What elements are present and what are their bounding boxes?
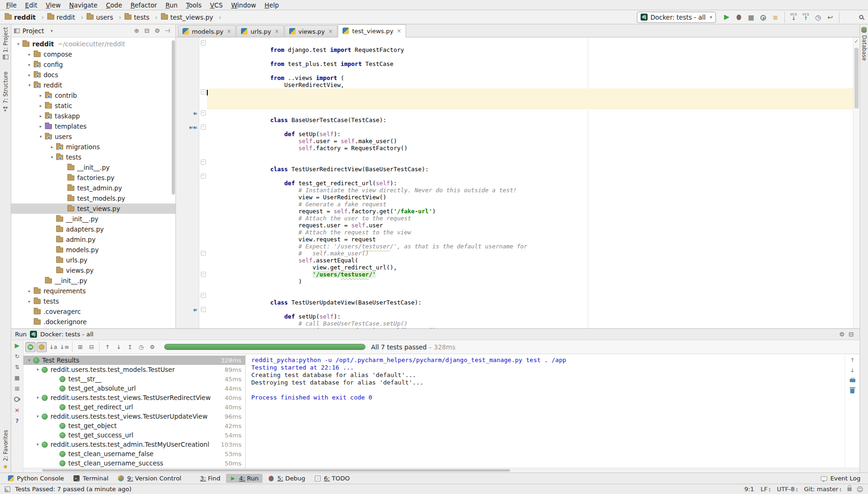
expand-arrow-icon[interactable]: ▸ (36, 114, 45, 118)
tree-item[interactable]: __init__.py (11, 214, 175, 224)
run-console[interactable]: reddit_pycha:python -u /opt/.pycharm_hel… (246, 354, 845, 468)
project-view-select[interactable]: Project ▾ (14, 27, 53, 35)
menu-item[interactable]: Tools (182, 1, 206, 9)
editor-tab[interactable]: models.py × (178, 25, 236, 37)
inspection-ok-icon[interactable]: ✓ (853, 39, 859, 44)
scrollbar[interactable] (172, 40, 175, 195)
scroll-to-top-icon[interactable]: ↑ (849, 356, 856, 363)
scroll-to-bottom-icon[interactable]: ↓ (849, 367, 856, 374)
collapse-all-icon[interactable]: ⊟ (86, 342, 97, 352)
toggle-auto-test-icon[interactable]: ⇅ (13, 363, 22, 371)
breadcrumb-item[interactable]: tests (124, 14, 161, 21)
test-result-row[interactable]: test_get_redirect_url 40ms (23, 402, 245, 412)
fold-marker-icon[interactable] (199, 174, 207, 179)
stop-icon[interactable]: ■ (13, 374, 22, 382)
recent-changes-button[interactable]: ◷ (812, 12, 824, 23)
import-test-results-icon[interactable]: ↥ (124, 342, 135, 352)
lock-icon[interactable] (847, 487, 852, 491)
tree-item[interactable]: __init__.py (11, 162, 175, 173)
close-icon[interactable]: × (397, 28, 401, 34)
expand-arrow-icon[interactable]: ▾ (14, 42, 22, 46)
tree-item[interactable]: ▾ tests (11, 152, 175, 162)
breadcrumb-item[interactable]: reddit (47, 14, 87, 21)
test-result-row[interactable]: ▾ Test Results 328ms (23, 356, 245, 365)
test-result-row[interactable]: ▾ reddit.users.tests.test_views.TestUser… (23, 412, 245, 421)
fold-marker-icon[interactable] (199, 110, 207, 116)
status-widget[interactable]: UTF-8 (777, 486, 797, 493)
search-icon[interactable] (859, 15, 863, 19)
expand-arrow-icon[interactable]: ▾ (25, 358, 33, 363)
next-failed-test-icon[interactable]: ↓ (113, 342, 124, 352)
tool-window-button[interactable]: 7: Structure (2, 72, 9, 111)
rollback-button[interactable]: ↩ (824, 12, 836, 23)
tree-item[interactable]: views.py (11, 265, 175, 276)
rerun-failed-tests-icon[interactable]: ↻ (13, 352, 22, 360)
tree-item[interactable]: admin.py (11, 234, 175, 245)
test-result-row[interactable]: test_get_success_url 54ms (23, 430, 245, 440)
fold-marker-icon[interactable] (199, 124, 207, 130)
expand-arrow-icon[interactable]: ▾ (25, 83, 34, 87)
test-result-row[interactable]: ▾ reddit.users.tests.test_admin.TestMyUs… (23, 440, 245, 449)
tool-window-tab[interactable]: 6: TODO (311, 474, 353, 483)
expand-arrow-icon[interactable]: ▾ (36, 134, 45, 139)
print-icon[interactable] (849, 377, 856, 384)
expand-arrow-icon[interactable]: ▸ (25, 62, 34, 67)
menu-item[interactable]: Refactor (126, 1, 161, 9)
tool-window-tab[interactable]: Python Console (4, 474, 68, 483)
tool-window-button[interactable]: 1: Project (2, 27, 9, 59)
menu-item[interactable]: Window (227, 1, 260, 9)
status-widget[interactable]: 9:1 (744, 486, 754, 493)
coverage-button[interactable]: ▦ (745, 12, 757, 23)
fold-marker-icon[interactable] (199, 307, 207, 312)
fold-marker-icon[interactable] (199, 293, 207, 298)
tool-windows-icon[interactable] (5, 487, 10, 492)
rerun-button[interactable]: ▶ (13, 341, 22, 349)
expand-arrow-icon[interactable]: ▸ (36, 103, 45, 108)
expand-arrow-icon[interactable]: ▸ (25, 73, 34, 77)
test-result-row[interactable]: test__str__ 45ms (23, 374, 245, 384)
fold-marker-icon[interactable] (199, 89, 207, 94)
settings-icon[interactable]: ⚙ (152, 26, 162, 36)
code-area[interactable]: from django.test import RequestFactory (176, 37, 860, 328)
tree-item[interactable]: ▸ templates (11, 121, 175, 131)
close-icon[interactable]: × (13, 406, 22, 414)
expand-all-icon[interactable]: ⊞ (75, 342, 86, 352)
settings-icon[interactable]: ⚙ (147, 342, 158, 352)
settings-icon[interactable]: ⚙ (837, 330, 846, 339)
close-icon[interactable]: × (274, 28, 279, 35)
close-icon[interactable]: × (328, 28, 333, 35)
run-button[interactable]: ▶ (721, 12, 733, 23)
tree-item[interactable]: __init__.py (11, 276, 175, 286)
tool-window-tab[interactable]: 9: Version Control (114, 474, 185, 483)
tree-item[interactable]: ▾ users (11, 131, 175, 142)
tree-item[interactable]: .dockerignore (11, 317, 175, 327)
expand-arrow-icon[interactable]: ▸ (25, 52, 34, 57)
collapse-all-icon[interactable]: ⊟ (142, 26, 152, 36)
scrollbar-thumb[interactable] (854, 48, 859, 109)
tree-item[interactable]: adapters.py (11, 224, 175, 234)
search-everywhere-button[interactable] (842, 12, 854, 23)
restore-layout-icon[interactable]: ⊞ (13, 385, 22, 392)
tool-window-button[interactable]: Database (861, 27, 868, 61)
hide-panel-icon[interactable]: ⊣ (162, 26, 173, 36)
menu-item[interactable]: Edit (21, 1, 42, 9)
horizontal-scrollbar[interactable] (23, 468, 860, 472)
test-result-row[interactable]: test_get_absolute_url 44ms (23, 384, 245, 393)
editor-tab[interactable]: views.py × (284, 25, 338, 37)
help-icon[interactable]: ? (13, 417, 22, 425)
tree-item[interactable]: ▾ reddit ~/cookiecutter/reddit (11, 39, 175, 49)
sort-alphabetically-icon[interactable]: ↓a (48, 342, 58, 352)
event-log-button[interactable]: Event Log (817, 474, 864, 483)
gutter-marker-icon[interactable] (176, 125, 199, 130)
tree-item[interactable]: .coveragerc (11, 306, 175, 317)
breadcrumb-item[interactable]: users (87, 14, 124, 21)
vcs-commit-button[interactable] (800, 12, 812, 23)
tree-item[interactable]: ▸ static (11, 101, 175, 111)
clear-console-icon[interactable] (849, 387, 856, 394)
tree-item[interactable]: ▾ reddit (11, 80, 175, 90)
tree-item[interactable]: test_models.py (11, 193, 175, 203)
tool-window-tab[interactable]: 3: Find (187, 474, 224, 483)
expand-arrow-icon[interactable]: ▸ (25, 299, 34, 304)
tree-item[interactable]: ▸ migrations (11, 142, 175, 152)
close-icon[interactable]: × (226, 28, 231, 35)
